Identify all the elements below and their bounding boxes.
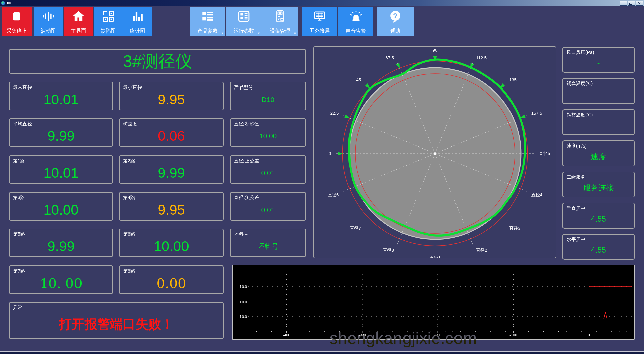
metric-value: 坯料号: [232, 237, 304, 255]
status-box: 铜套温度(℃)-: [562, 78, 635, 104]
svg-text:?: ?: [393, 11, 398, 20]
status-value: -: [565, 117, 633, 134]
metric-label: 第2路: [123, 158, 135, 164]
defect-chart-button[interactable]: 缺陷图: [94, 7, 123, 36]
toolbar-button-label: 帮助: [377, 28, 414, 34]
metric-label: 第3路: [13, 195, 25, 201]
metric-box: 第3路10.00: [9, 192, 113, 221]
defect-grid-icon: [101, 9, 115, 23]
status-value: 速度: [565, 149, 633, 165]
window-title: ■c: [7, 0, 11, 6]
polar-angle-label: 直径8: [383, 248, 394, 253]
status-box: 水平居中4.55: [562, 234, 635, 260]
status-value: 4.55: [565, 211, 633, 227]
metric-box: 第1路10.01: [9, 155, 113, 184]
restore-button[interactable]: [628, 1, 635, 6]
alert-label: 异常: [13, 305, 22, 311]
y-axis-label: 10.0: [240, 300, 247, 304]
gauge-title: 3#测径仪: [123, 50, 192, 73]
status-value: -: [565, 55, 633, 71]
status-value: -: [565, 86, 633, 103]
x-axis-label: -300: [359, 333, 366, 337]
window-controls: ×: [620, 1, 643, 6]
device-manage-button[interactable]: 设备管理▼: [262, 7, 298, 36]
run-params-button[interactable]: 运行参数▼: [226, 7, 262, 36]
metric-label: 产品型号: [234, 84, 253, 91]
alarm-icon: [349, 9, 363, 23]
metric-box: 最小直径9.95: [119, 82, 224, 110]
polar-angle-label: 直径1: [429, 255, 440, 258]
metric-box: 第6路10.00: [119, 229, 224, 257]
x-axis-label: -400: [283, 333, 290, 337]
toolbar-button-label: 波动图: [34, 28, 63, 34]
metric-value: 0.01: [232, 201, 304, 219]
help-icon: ?: [388, 9, 402, 23]
product-params-button[interactable]: 产品参数▼: [190, 7, 225, 36]
status-box: 风口风压(Pa)-: [562, 47, 635, 73]
metric-box: 直径.标称值10.00: [230, 118, 306, 147]
metric-box: 直径.负公差0.01: [230, 192, 306, 221]
metric-label: 第6路: [123, 231, 135, 237]
status-box: 二级服务服务连接: [562, 172, 635, 197]
x-axis-label: -200: [434, 333, 441, 337]
center-dot: [434, 153, 436, 155]
metric-value: 9.99: [11, 127, 111, 145]
window-bottom-edge: [0, 351, 644, 354]
metric-box: 第4路9.95: [119, 192, 224, 221]
polar-angle-label: 直径7: [350, 226, 361, 231]
run-params-icon: [237, 9, 251, 23]
metric-box: 最大直径10.01: [9, 82, 113, 110]
minimize-button[interactable]: [620, 1, 627, 6]
alert-message: 打开报警端口失败！: [10, 312, 223, 336]
metric-value: 9.99: [11, 237, 111, 255]
waveform-icon: [41, 9, 55, 23]
polar-angle-label: 直径4: [531, 192, 542, 197]
help-button[interactable]: ?帮助: [377, 7, 414, 36]
toolbar-button-label: 统计图: [123, 28, 152, 34]
metric-label: 第8路: [123, 268, 135, 274]
toolbar-button-label: 主界面: [64, 28, 93, 34]
polar-angle-label: 157.5: [531, 111, 542, 116]
metric-label: 直径.标称值: [234, 121, 259, 127]
external-screen-icon: [313, 9, 327, 23]
collect-stop-button[interactable]: 采集停止: [2, 7, 32, 36]
status-box: 速度(m/s)速度: [562, 140, 635, 166]
polar-angle-label: 0: [329, 151, 331, 156]
angle-marker: [396, 63, 400, 69]
metric-box: 坯料号坯料号: [230, 229, 306, 257]
alert-box: 异常 打开报警端口失败！: [9, 302, 224, 339]
polar-angle-label: 直径2: [476, 248, 487, 253]
stats-chart-button[interactable]: 统计图: [123, 7, 152, 36]
close-button[interactable]: ×: [636, 1, 643, 6]
trend-chart: 10.010.010.0-400-300-200-1000: [233, 266, 634, 339]
status-box: 钢材温度(℃)-: [562, 109, 635, 135]
external-screen-button[interactable]: 开外接屏: [302, 7, 337, 36]
metric-value: 10.00: [121, 237, 222, 255]
metric-label: 坯料号: [234, 231, 248, 237]
product-params-icon: [201, 9, 215, 23]
metric-label: 最小直径: [123, 84, 142, 91]
polar-chart-panel: 90112.5135157.5直径5直径4直径3直径2直径1直径8直径7直径60…: [313, 46, 556, 258]
metric-value: 10.01: [11, 164, 111, 182]
status-value: 4.55: [565, 242, 633, 258]
metric-value: 0.00: [121, 274, 222, 292]
metric-value: 0.06: [121, 127, 222, 145]
main-screen-button[interactable]: 主界面: [64, 7, 93, 36]
toolbar-button-label: 缺陷图: [94, 28, 123, 34]
metric-value: 0.01: [232, 164, 304, 182]
polar-angle-label: 67.5: [385, 55, 394, 60]
wave-chart-button[interactable]: 波动图: [34, 7, 63, 36]
home-icon: [71, 9, 86, 23]
metric-box: 直径.正公差0.01: [230, 155, 306, 184]
red-lower-line: [589, 312, 632, 319]
metric-box: 平均直径9.99: [9, 118, 113, 147]
bar-chart-icon: [130, 9, 145, 23]
sound-alarm-button[interactable]: 声音告警: [338, 7, 373, 36]
toolbar-button-label: 设备管理: [262, 28, 298, 34]
titlebar: ■c ×: [0, 0, 644, 6]
metric-value: 10.01: [11, 91, 111, 108]
x-axis-label: -100: [509, 333, 517, 337]
metric-label: 第5路: [13, 231, 25, 237]
toolbar-button-label: 运行参数: [226, 28, 262, 34]
toolbar-button-label: 声音告警: [338, 28, 373, 34]
